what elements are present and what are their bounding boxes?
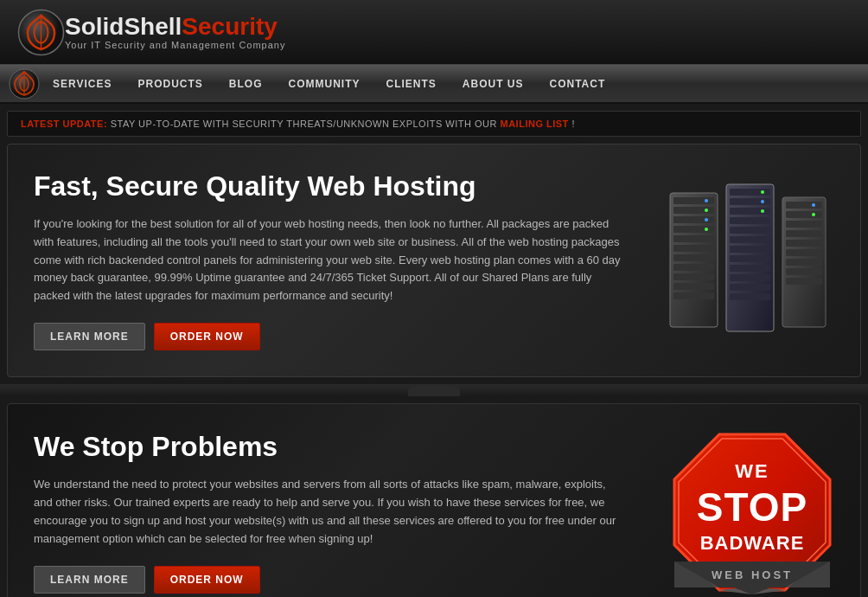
svg-rect-27	[730, 227, 770, 234]
svg-rect-33	[730, 284, 770, 291]
svg-point-21	[705, 228, 708, 231]
hosting-order-now-button[interactable]: ORDER NOW	[154, 323, 260, 350]
svg-rect-14	[673, 264, 714, 271]
svg-rect-47	[786, 278, 822, 285]
navbar: SERVICES PRODUCTS BLOG COMMUNITY CLIENTS…	[0, 65, 868, 104]
svg-text:STOP: STOP	[697, 485, 807, 530]
security-title: We Stop Problems	[34, 431, 622, 463]
svg-point-18	[705, 199, 708, 202]
svg-rect-40	[786, 211, 822, 218]
update-bar: LATEST UPDATE: STAY UP-TO-DATE WITH SECU…	[7, 111, 861, 137]
update-label: LATEST UPDATE:	[21, 119, 107, 129]
svg-text:WEB HOST: WEB HOST	[712, 568, 793, 581]
security-body: We understand the need to protect your w…	[34, 476, 622, 548]
svg-point-35	[761, 190, 764, 194]
svg-rect-13	[673, 254, 714, 261]
svg-rect-28	[730, 236, 770, 243]
svg-rect-34	[730, 293, 770, 300]
svg-point-36	[761, 200, 764, 203]
svg-text:WE: WE	[735, 460, 769, 482]
nav-item-blog[interactable]: BLOG	[216, 64, 276, 103]
svg-point-37	[761, 209, 764, 213]
logo-icon	[17, 9, 65, 56]
hosting-learn-more-button[interactable]: LEARN MORE	[34, 323, 145, 350]
svg-rect-17	[673, 292, 714, 299]
hosting-title: Fast, Secure Quality Web Hosting	[34, 170, 622, 202]
site-header: SolidShellSecurity Your IT Security and …	[0, 0, 868, 65]
svg-rect-16	[673, 283, 714, 290]
hosting-content: Fast, Secure Quality Web Hosting If you'…	[34, 170, 622, 350]
nav-item-clients[interactable]: CLIENTS	[373, 64, 449, 103]
svg-point-49	[812, 213, 815, 216]
svg-point-20	[705, 218, 708, 221]
nav-logo-icon	[9, 68, 40, 100]
svg-rect-41	[786, 221, 822, 228]
hosting-body: If you're looking for the best solution …	[34, 215, 622, 305]
svg-rect-43	[786, 240, 822, 247]
stop-badware-badge: WE STOP BADWARE WEB HOST	[670, 430, 834, 594]
svg-rect-12	[673, 245, 714, 252]
nav-item-contact[interactable]: CONTACT	[537, 64, 619, 103]
svg-rect-32	[730, 274, 770, 281]
security-buttons: LEARN MORE ORDER NOW	[34, 566, 622, 594]
hosting-section: Fast, Secure Quality Web Hosting If you'…	[7, 144, 861, 377]
logo-text: SolidShellSecurity Your IT Security and …	[65, 14, 285, 51]
svg-rect-39	[786, 202, 822, 209]
hosting-buttons: LEARN MORE ORDER NOW	[34, 323, 622, 350]
update-suffix: !	[571, 119, 575, 129]
security-learn-more-button[interactable]: LEARN MORE	[34, 566, 145, 594]
security-content: We Stop Problems We understand the need …	[34, 431, 622, 593]
svg-rect-30	[730, 255, 770, 262]
server-rack-icon	[661, 176, 834, 344]
nav-item-services[interactable]: SERVICES	[40, 64, 124, 103]
svg-rect-31	[730, 265, 770, 272]
logo-area: SolidShellSecurity Your IT Security and …	[17, 9, 285, 56]
security-section: We Stop Problems We understand the need …	[7, 403, 861, 597]
divider-bump	[408, 384, 460, 396]
svg-rect-26	[730, 217, 770, 224]
svg-rect-45	[786, 259, 822, 266]
hosting-image	[661, 176, 834, 344]
section-divider	[0, 384, 868, 396]
security-order-now-button[interactable]: ORDER NOW	[154, 566, 260, 594]
svg-rect-11	[673, 235, 714, 242]
logo-subtitle: Your IT Security and Management Company	[65, 40, 285, 50]
svg-text:BADWARE: BADWARE	[700, 532, 805, 554]
nav-item-products[interactable]: PRODUCTS	[124, 64, 215, 103]
svg-rect-46	[786, 268, 822, 275]
svg-point-48	[812, 203, 815, 207]
nav-item-about[interactable]: ABOUT US	[450, 64, 537, 103]
logo-title: SolidShellSecurity	[65, 14, 285, 41]
update-text: STAY UP-TO-DATE WITH SECURITY THREATS/UN…	[111, 119, 501, 129]
svg-rect-29	[730, 246, 770, 253]
svg-rect-15	[673, 273, 714, 280]
mailing-list-link[interactable]: MAILING LIST	[501, 119, 569, 129]
nav-item-community[interactable]: COMMUNITY	[275, 64, 373, 103]
badge-image: WE STOP BADWARE WEB HOST	[670, 430, 834, 594]
svg-point-19	[705, 209, 708, 212]
svg-rect-42	[786, 230, 822, 237]
svg-rect-44	[786, 249, 822, 256]
